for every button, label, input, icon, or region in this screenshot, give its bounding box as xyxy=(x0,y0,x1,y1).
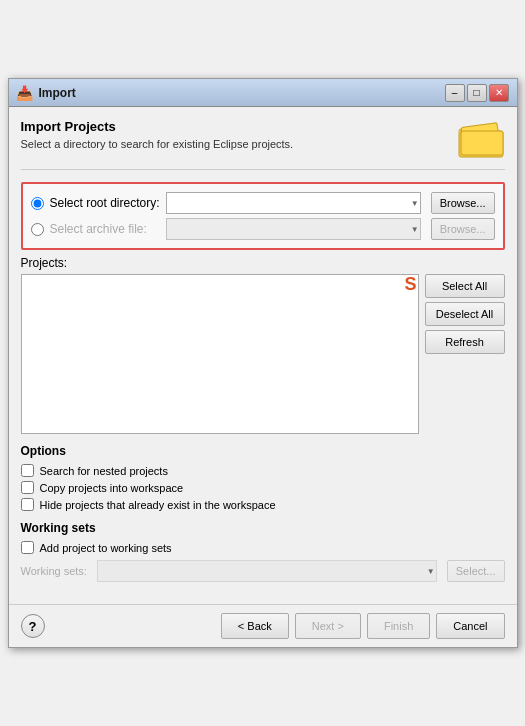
radio-section: Select root directory: ▼ Browse... Selec… xyxy=(21,182,505,250)
maximize-button[interactable]: □ xyxy=(467,84,487,102)
select-all-button[interactable]: Select All xyxy=(425,274,505,298)
add-working-sets-checkbox[interactable] xyxy=(21,541,34,554)
search-nested-label: Search for nested projects xyxy=(40,465,168,477)
hide-projects-row: Hide projects that already exist in the … xyxy=(21,498,505,511)
working-sets-title: Working sets xyxy=(21,521,505,535)
next-button[interactable]: Next > xyxy=(295,613,361,639)
root-dir-radio[interactable] xyxy=(31,197,44,210)
window-icon: 📥 xyxy=(17,85,33,101)
finish-button[interactable]: Finish xyxy=(367,613,430,639)
dialog-title: Import Projects xyxy=(21,119,447,134)
minimize-button[interactable]: – xyxy=(445,84,465,102)
archive-file-select xyxy=(166,218,421,240)
archive-file-label: Select archive file: xyxy=(50,222,160,236)
dialog-subtitle: Select a directory to search for existin… xyxy=(21,138,447,150)
options-title: Options xyxy=(21,444,505,458)
archive-file-radio[interactable] xyxy=(31,223,44,236)
copy-projects-checkbox[interactable] xyxy=(21,481,34,494)
add-working-sets-row: Add project to working sets xyxy=(21,541,505,554)
root-dir-row: Select root directory: ▼ Browse... xyxy=(31,192,495,214)
dialog-content: Import Projects Select a directory to se… xyxy=(9,107,517,604)
bottom-bar: ? < Back Next > Finish Cancel xyxy=(9,604,517,647)
browse-root-button[interactable]: Browse... xyxy=(431,192,495,214)
svg-rect-4 xyxy=(461,131,503,155)
projects-list[interactable] xyxy=(21,274,419,434)
working-sets-combo: ▼ xyxy=(97,560,437,582)
sts-badge: S xyxy=(404,274,416,295)
window-controls: – □ ✕ xyxy=(445,84,509,102)
copy-projects-row: Copy projects into workspace xyxy=(21,481,505,494)
browse-archive-button: Browse... xyxy=(431,218,495,240)
help-button[interactable]: ? xyxy=(21,614,45,638)
working-sets-select-button: Select... xyxy=(447,560,505,582)
title-bar: 📥 Import – □ ✕ xyxy=(9,79,517,107)
folder-icon xyxy=(457,119,505,159)
root-dir-combo[interactable]: ▼ xyxy=(166,192,421,214)
back-button[interactable]: < Back xyxy=(221,613,289,639)
root-dir-input[interactable] xyxy=(166,192,421,214)
close-button[interactable]: ✕ xyxy=(489,84,509,102)
search-nested-checkbox[interactable] xyxy=(21,464,34,477)
nav-buttons: < Back Next > Finish Cancel xyxy=(221,613,505,639)
working-sets-select xyxy=(97,560,437,582)
refresh-button[interactable]: Refresh xyxy=(425,330,505,354)
archive-file-combo: ▼ xyxy=(166,218,421,240)
projects-label: Projects: xyxy=(21,256,505,270)
hide-projects-label: Hide projects that already exist in the … xyxy=(40,499,276,511)
import-dialog: 📥 Import – □ ✕ Import Projects Select a … xyxy=(8,78,518,648)
working-sets-label: Working sets: xyxy=(21,565,91,577)
header-section: Import Projects Select a directory to se… xyxy=(21,119,505,170)
projects-buttons: Select All Deselect All Refresh xyxy=(425,274,505,434)
search-nested-row: Search for nested projects xyxy=(21,464,505,477)
projects-area: S Select All Deselect All Refresh xyxy=(21,274,505,434)
add-working-sets-label: Add project to working sets xyxy=(40,542,172,554)
header-text: Import Projects Select a directory to se… xyxy=(21,119,447,150)
options-section: Options Search for nested projects Copy … xyxy=(21,444,505,511)
window-title: Import xyxy=(39,86,445,100)
working-sets-row: Working sets: ▼ Select... xyxy=(21,560,505,582)
working-sets-section: Working sets Add project to working sets… xyxy=(21,521,505,582)
archive-file-row: Select archive file: ▼ Browse... xyxy=(31,218,495,240)
copy-projects-label: Copy projects into workspace xyxy=(40,482,184,494)
cancel-button[interactable]: Cancel xyxy=(436,613,504,639)
root-dir-label: Select root directory: xyxy=(50,196,160,210)
deselect-all-button[interactable]: Deselect All xyxy=(425,302,505,326)
hide-projects-checkbox[interactable] xyxy=(21,498,34,511)
